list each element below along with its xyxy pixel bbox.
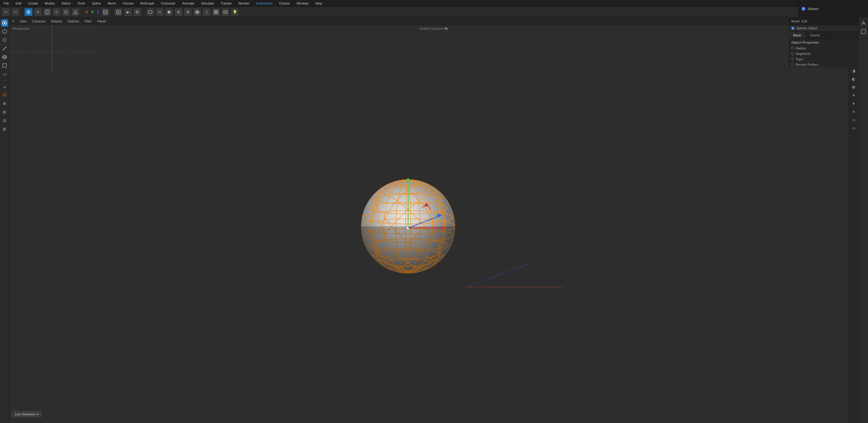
svg-rect-6 bbox=[104, 10, 107, 14]
menu-render[interactable]: Render bbox=[237, 1, 251, 6]
menu-character[interactable]: Character bbox=[160, 1, 177, 6]
live-selection-button[interactable] bbox=[24, 8, 33, 17]
menu-tracker[interactable]: Tracker bbox=[220, 1, 233, 6]
svg-point-26 bbox=[3, 38, 6, 41]
render-button[interactable]: ▶ bbox=[124, 8, 132, 17]
point-mode-icon[interactable] bbox=[1, 36, 8, 44]
vp-icon-10[interactable]: ☀ bbox=[850, 100, 858, 107]
light-button[interactable]: 💡 bbox=[230, 8, 239, 17]
sec-display[interactable]: Display bbox=[50, 19, 63, 24]
transform-button[interactable] bbox=[62, 8, 70, 17]
menu-mograph[interactable]: MoGraph bbox=[139, 1, 155, 6]
knife-button[interactable]: ◇ bbox=[203, 8, 211, 17]
uv-mode-icon[interactable] bbox=[1, 62, 8, 69]
menu-octane[interactable]: Octane bbox=[278, 1, 291, 6]
redo-button[interactable]: ↪ bbox=[11, 8, 20, 17]
tab-coord[interactable]: Coord. bbox=[806, 31, 825, 38]
rotate-button[interactable]: ↻ bbox=[53, 8, 61, 17]
menu-edit[interactable]: Edit bbox=[14, 1, 23, 6]
texture-button[interactable]: ❋ bbox=[184, 8, 192, 17]
tab-basic[interactable]: Basic bbox=[789, 31, 806, 38]
sec-view[interactable]: View bbox=[18, 19, 28, 24]
sphere-header-icon bbox=[802, 7, 805, 10]
vp-icon-12[interactable]: ▭ bbox=[850, 116, 858, 123]
viewport[interactable]: Perspective Default Camera 📷 ↗ ↓ ↩ ⊡ Y X… bbox=[9, 25, 858, 423]
sep2 bbox=[82, 8, 82, 16]
render-view-button[interactable] bbox=[114, 8, 123, 17]
render-settings-button[interactable] bbox=[133, 8, 142, 17]
menu-file[interactable]: File bbox=[2, 1, 10, 6]
deform-button[interactable]: ✿ bbox=[174, 8, 183, 17]
model-mode-icon[interactable] bbox=[1, 20, 8, 27]
coord-icon[interactable]: ⊕ bbox=[1, 100, 8, 107]
props-object-row: Sphere Object bbox=[789, 25, 858, 31]
world-button[interactable] bbox=[101, 8, 110, 17]
props-title-bar: Mode Edit bbox=[789, 18, 858, 25]
menu-animate[interactable]: Animate bbox=[181, 1, 195, 6]
spline-mode-icon[interactable] bbox=[1, 53, 8, 61]
right-icon-1[interactable] bbox=[860, 20, 867, 27]
svg-rect-19 bbox=[216, 12, 218, 14]
props-tabs: Basic Coord. bbox=[789, 31, 858, 39]
menu-simulate[interactable]: Simulate bbox=[200, 1, 215, 6]
polygon-mode-icon[interactable] bbox=[1, 28, 8, 35]
undo-button[interactable]: ↩ bbox=[2, 8, 10, 17]
object-mode-button[interactable] bbox=[146, 8, 155, 17]
svg-rect-95 bbox=[861, 29, 866, 34]
scale-button[interactable] bbox=[43, 8, 52, 17]
menu-bar: File Edit Create Modes Select Tools Spli… bbox=[0, 0, 868, 7]
vp-icon-8[interactable]: ✿ bbox=[850, 83, 858, 91]
poly-pen-button[interactable] bbox=[71, 8, 80, 17]
vp-icon-6[interactable]: ◑ bbox=[850, 67, 858, 74]
properties-panel: Mode Edit Sphere Object Basic Coord. Obj… bbox=[788, 18, 858, 67]
camera-icon: 📷 bbox=[444, 27, 448, 30]
vp-icon-13[interactable]: ▭ bbox=[850, 124, 858, 132]
svg-marker-15 bbox=[195, 10, 199, 14]
props-object-name: Sphere Object bbox=[796, 26, 817, 30]
vp-icon-7[interactable]: ◐ bbox=[850, 75, 858, 83]
vp-icon-11[interactable]: ≡ bbox=[850, 108, 858, 115]
menu-window[interactable]: Window bbox=[296, 1, 310, 6]
vertex-snap-icon[interactable]: ⊟ bbox=[1, 117, 8, 124]
phong-button[interactable] bbox=[165, 8, 173, 17]
segments-diamond bbox=[791, 52, 794, 55]
menu-create[interactable]: Create bbox=[27, 1, 39, 6]
svg-line-27 bbox=[3, 47, 6, 50]
movie-button[interactable] bbox=[221, 8, 230, 17]
menu-tools[interactable]: Tools bbox=[76, 1, 86, 6]
sep4 bbox=[144, 8, 144, 16]
sep3 bbox=[112, 8, 112, 16]
edge-snap-icon[interactable]: ⊠ bbox=[1, 125, 8, 133]
svg-point-1 bbox=[28, 11, 29, 13]
menu-mesh[interactable]: Mesh bbox=[106, 1, 117, 6]
right-icon-2[interactable] bbox=[860, 28, 867, 35]
sec-options[interactable]: Options bbox=[66, 19, 80, 24]
sep1 bbox=[22, 8, 22, 16]
sec-cameras[interactable]: Cameras bbox=[31, 19, 47, 24]
grid-snap-icon[interactable]: ⊞ bbox=[1, 108, 8, 115]
menu-modes[interactable]: Modes bbox=[43, 1, 56, 6]
array-button[interactable] bbox=[212, 8, 220, 17]
viewport-perspective-label: Perspective bbox=[12, 27, 29, 30]
menu-select[interactable]: Select bbox=[60, 1, 72, 6]
sec-menu-toggle[interactable]: ≡ bbox=[11, 19, 15, 24]
sec-filter[interactable]: Filter bbox=[83, 19, 93, 24]
curve-button[interactable] bbox=[155, 8, 164, 17]
snap-icon[interactable]: ⊿ bbox=[1, 83, 8, 90]
viewport-right-icons: ⚙ ▭ ● ◑ ◐ ✿ ☀ ☀ ≡ ▭ ▭ bbox=[848, 25, 858, 423]
live-selection-badge[interactable]: Live Selection ▸ bbox=[12, 411, 41, 417]
move-button[interactable]: ✛ bbox=[34, 8, 42, 17]
axis-icon[interactable]: Ⓐ bbox=[1, 91, 8, 98]
menu-volume[interactable]: Volume bbox=[122, 1, 135, 6]
svg-rect-16 bbox=[214, 10, 216, 12]
menu-help[interactable]: Help bbox=[314, 1, 323, 6]
texture-icon[interactable]: ▭ bbox=[1, 70, 8, 78]
edge-mode-icon[interactable] bbox=[1, 45, 8, 52]
menu-spline[interactable]: Spline bbox=[91, 1, 102, 6]
paint-button[interactable] bbox=[193, 8, 202, 17]
right-sidebar bbox=[858, 18, 868, 423]
svg-line-93 bbox=[466, 262, 532, 287]
vp-icon-9[interactable]: ☀ bbox=[850, 91, 858, 99]
sec-panel[interactable]: Panel bbox=[96, 19, 107, 24]
menu-extensions[interactable]: Extensions bbox=[255, 1, 274, 6]
